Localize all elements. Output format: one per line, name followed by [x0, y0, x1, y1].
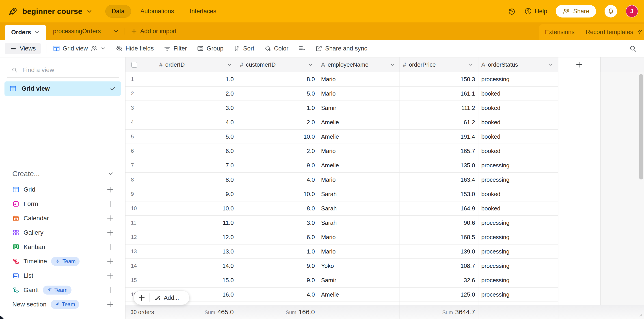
- help-button[interactable]: Help: [524, 8, 547, 15]
- cell-orderPrice[interactable]: 191.4: [400, 130, 478, 144]
- cell-orderStatus[interactable]: processing: [478, 173, 558, 187]
- cell-orderPrice[interactable]: 161.1: [400, 87, 478, 101]
- sidebar-view-grid-view[interactable]: Grid view: [4, 81, 121, 96]
- cell-orderStatus[interactable]: processing: [478, 158, 558, 173]
- cell-orderPrice[interactable]: 163.4: [400, 173, 478, 187]
- summary-cell-orderID[interactable]: Sum465.0: [156, 305, 237, 319]
- cell-customerID[interactable]: 4.0: [237, 173, 318, 187]
- filter-button[interactable]: Filter: [164, 45, 187, 52]
- cell-orderID[interactable]: 7.0: [156, 158, 237, 173]
- table-row[interactable]: 66.02.0Mario165.7booked: [126, 144, 558, 158]
- cell-orderPrice[interactable]: 61.2: [400, 115, 478, 130]
- cell-orderID[interactable]: 4.0: [156, 115, 237, 130]
- cell-orderStatus[interactable]: processing: [478, 273, 558, 287]
- summary-cell-employeeName[interactable]: [318, 305, 400, 319]
- cell-orderPrice[interactable]: 125.0: [400, 287, 478, 302]
- cell-orderID[interactable]: 11.0: [156, 216, 237, 230]
- row-number[interactable]: 8: [126, 173, 156, 187]
- sidebar-create-item-new-section[interactable]: New sectionTeam: [0, 297, 126, 311]
- rocket-logo-icon[interactable]: [8, 6, 18, 16]
- row-number[interactable]: 15: [126, 273, 156, 287]
- sidebar-create-item-kanban[interactable]: Kanban: [0, 240, 126, 254]
- cell-customerID[interactable]: 9.0: [237, 273, 318, 287]
- find-view-input[interactable]: [22, 66, 112, 74]
- cell-employeeName[interactable]: Mario: [318, 244, 400, 259]
- row-number[interactable]: 13: [126, 244, 156, 259]
- sidebar-create-item-list[interactable]: List: [0, 268, 126, 283]
- cell-orderStatus[interactable]: processing: [478, 72, 558, 87]
- sidebar-create-item-grid[interactable]: Grid: [0, 182, 126, 197]
- cell-employeeName[interactable]: Mario: [318, 230, 400, 244]
- cell-customerID[interactable]: 3.0: [237, 216, 318, 230]
- cell-orderID[interactable]: 9.0: [156, 187, 237, 201]
- row-number[interactable]: 6: [126, 144, 156, 158]
- cell-orderStatus[interactable]: booked: [478, 130, 558, 144]
- table-row[interactable]: 33.01.0Samir111.2booked: [126, 101, 558, 115]
- row-number[interactable]: 3: [126, 101, 156, 115]
- cell-orderStatus[interactable]: processing: [478, 216, 558, 230]
- table-row[interactable]: 1616.04.0Amelie125.0processing: [126, 287, 558, 302]
- row-number[interactable]: 7: [126, 158, 156, 173]
- row-number[interactable]: 12: [126, 230, 156, 244]
- cell-employeeName[interactable]: Mario: [318, 87, 400, 101]
- cell-customerID[interactable]: 8.0: [237, 201, 318, 216]
- add-view-button[interactable]: [107, 286, 114, 294]
- cell-orderID[interactable]: 14.0: [156, 259, 237, 273]
- cell-orderPrice[interactable]: 168.5: [400, 230, 478, 244]
- cell-employeeName[interactable]: Mario: [318, 173, 400, 187]
- cell-employeeName[interactable]: Samir: [318, 101, 400, 115]
- avatar[interactable]: J: [626, 5, 638, 18]
- row-number[interactable]: 11: [126, 216, 156, 230]
- cell-orderID[interactable]: 6.0: [156, 144, 237, 158]
- table-row[interactable]: 1111.03.0Sarah90.6processing: [126, 216, 558, 230]
- cell-orderID[interactable]: 13.0: [156, 244, 237, 259]
- cell-orderID[interactable]: 12.0: [156, 230, 237, 244]
- cell-orderStatus[interactable]: booked: [478, 144, 558, 158]
- add-or-import-button[interactable]: Add or import: [131, 28, 176, 35]
- cell-customerID[interactable]: 1.0: [237, 101, 318, 115]
- cell-orderPrice[interactable]: 111.2: [400, 101, 478, 115]
- select-all-checkbox[interactable]: [131, 62, 137, 68]
- tab-orders[interactable]: Orders: [5, 25, 46, 40]
- cell-employeeName[interactable]: Sarah: [318, 216, 400, 230]
- cell-orderStatus[interactable]: booked: [478, 87, 558, 101]
- row-number[interactable]: 1: [126, 72, 156, 87]
- column-header-employeeName[interactable]: AemployeeName: [318, 58, 400, 72]
- table-row[interactable]: 99.010.0Sarah153.0booked: [126, 187, 558, 201]
- cell-employeeName[interactable]: Mario: [318, 144, 400, 158]
- cell-orderID[interactable]: 10.0: [156, 201, 237, 216]
- summary-cell-customerID[interactable]: Sum166.0: [237, 305, 318, 319]
- cell-orderStatus[interactable]: processing: [478, 287, 558, 302]
- table-row[interactable]: 1212.06.0Mario168.5processing: [126, 230, 558, 244]
- column-header-orderID[interactable]: #orderID: [156, 58, 237, 72]
- add-field-button[interactable]: [558, 58, 600, 72]
- cell-orderID[interactable]: 3.0: [156, 101, 237, 115]
- cell-orderPrice[interactable]: 90.6: [400, 216, 478, 230]
- cell-customerID[interactable]: 2.0: [237, 115, 318, 130]
- table-row[interactable]: 1010.08.0Sarah164.9booked: [126, 201, 558, 216]
- app-title[interactable]: beginner course: [22, 7, 82, 16]
- add-view-button[interactable]: [107, 229, 114, 236]
- column-header-customerID[interactable]: #customerID: [237, 58, 318, 72]
- table-row[interactable]: 44.02.0Amelie61.2booked: [126, 115, 558, 130]
- row-number[interactable]: 4: [126, 115, 156, 130]
- cell-orderPrice[interactable]: 164.9: [400, 201, 478, 216]
- add-view-button[interactable]: [107, 200, 114, 207]
- history-icon[interactable]: [508, 7, 516, 15]
- tab-processing-orders[interactable]: processingOrders: [53, 28, 101, 35]
- cell-orderPrice[interactable]: 150.3: [400, 72, 478, 87]
- add-view-button[interactable]: [107, 243, 114, 251]
- cell-customerID[interactable]: 4.0: [237, 287, 318, 302]
- app-title-chevron-down-icon[interactable]: [86, 7, 94, 15]
- cell-customerID[interactable]: 5.0: [237, 87, 318, 101]
- add-view-button[interactable]: [107, 272, 114, 279]
- cell-employeeName[interactable]: Amelie: [318, 115, 400, 130]
- search-icon[interactable]: [629, 45, 637, 54]
- cell-orderPrice[interactable]: 153.0: [400, 187, 478, 201]
- extensions-button[interactable]: Extensions: [545, 29, 574, 36]
- cell-orderStatus[interactable]: processing: [478, 244, 558, 259]
- cell-employeeName[interactable]: Amelie: [318, 158, 400, 173]
- table-row[interactable]: 88.04.0Mario163.4processing: [126, 173, 558, 187]
- ai-add-record-button[interactable]: Add...: [150, 294, 179, 301]
- cell-orderID[interactable]: 2.0: [156, 87, 237, 101]
